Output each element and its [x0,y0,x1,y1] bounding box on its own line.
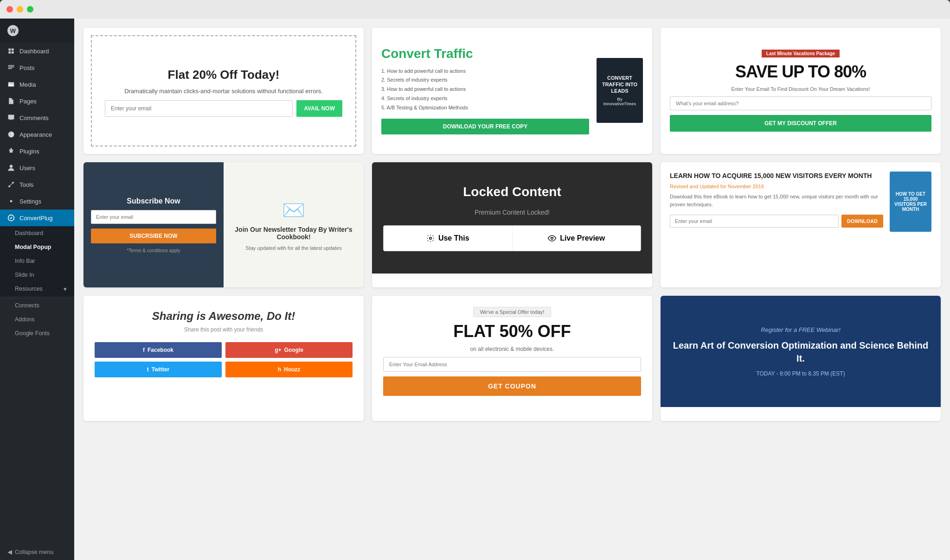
facebook-share-button[interactable]: f Facebook [95,342,222,358]
sidebar-sub-item-dashboard[interactable]: Dashboard [0,226,74,240]
card1-email-input[interactable] [105,100,293,117]
card1-title: Flat 20% Off Today! [168,68,280,82]
sidebar-item-comments[interactable]: Comments [0,109,74,126]
card6-link: Revised and Updated for November 2016 [670,184,883,189]
card8-desc: on all electronic & mobile devices. [470,346,554,352]
card4-terms: *Terms & conditions apply [127,248,180,253]
houzz-icon: h [278,366,281,373]
template-card-sharing: Sharing is Awesome, Do It! Share this po… [83,296,364,421]
card5-title: Locked Content [463,185,561,199]
card3-title: SAVE UP TO 80% [735,62,866,82]
card9-sub: Register for a FREE Webinar! [761,326,841,333]
template-card-save80: Last Minute Vacations Package SAVE UP TO… [661,28,941,154]
sidebar-item-users[interactable]: Users [0,159,74,176]
card8-coupon-button[interactable]: GET COUPON [383,376,641,396]
card6-book: HOW TO GET 15,000 VISITORS PER MONTH [890,172,931,232]
use-this-button[interactable]: Use This [384,226,513,251]
sidebar-submenu: Dashboard Modal Popup Info Bar Slide In … [0,226,74,296]
card8-email-input[interactable] [383,357,641,372]
template-card-newsletter: Subscribe Now SUBCRSIBE NOW *Terms & con… [83,162,364,287]
live-preview-button[interactable]: Live Preview [513,226,641,251]
card2-download-button[interactable]: DOWNLOAD YOUR FREE COPY [381,119,589,134]
sidebar-plain-addons[interactable]: Addons [0,312,74,326]
card6-title: LEARN HOW TO ACQUIRE 15,000 NEW VISITORS… [670,172,883,181]
card2-title: Convert Traffic [381,46,589,61]
card3-offer-button[interactable]: GET MY DISCOUNT OFFER [670,115,931,132]
card8-badge: We've a Special Offer today! [473,307,552,317]
svg-point-7 [551,237,553,240]
google-icon: g+ [275,347,281,353]
card6-download-button[interactable]: DOWNLOAD [841,215,883,228]
card5-actions: Use This Live Preview [383,225,641,251]
svg-point-4 [10,200,13,203]
card3-desc: Enter Your Email To Find Discount On You… [731,86,870,92]
email-icon: ✉️ [282,199,305,221]
svg-point-6 [430,237,432,240]
card6-desc: Download this free eBook to learn how to… [670,193,883,209]
svg-point-3 [10,165,13,168]
card3-email-input[interactable] [670,96,931,110]
sidebar-item-media[interactable]: Media [0,76,74,93]
close-button[interactable] [6,6,13,13]
card5-sub: Premium Content Locked! [475,209,550,216]
sidebar-logo: W [0,19,74,43]
svg-rect-0 [8,82,14,87]
card7-desc: Share this post with your friends [95,326,353,333]
template-card-convert-traffic: Convert Traffic 1. How to add powerful c… [372,28,652,154]
sidebar-item-tools[interactable]: Tools [0,176,74,193]
main-content: Flat 20% Off Today! Dramatically maintai… [74,19,950,560]
sidebar-item-plugins[interactable]: Plugins [0,143,74,159]
card7-title: Sharing is Awesome, Do It! [95,310,353,323]
template-card-webinar: Register for a FREE Webinar! Learn Art o… [661,296,941,421]
sidebar: W Dashboard Posts Media Pages Comments A… [0,19,74,560]
template-card-flat50: We've a Special Offer today! FLAT 50% OF… [372,296,652,421]
card9-title: Learn Art of Conversion Optimization and… [672,339,930,365]
sidebar-plain-connects[interactable]: Connects [0,299,74,312]
sidebar-plain-google-fonts[interactable]: Google Fonts [0,326,74,340]
twitter-icon: t [147,366,149,373]
card4-email-input[interactable] [91,210,216,224]
card1-desc: Dramatically maintain clicks-and-mortar … [124,88,323,95]
twitter-share-button[interactable]: t Twitter [95,362,222,377]
card8-title: FLAT 50% OFF [453,322,571,341]
facebook-icon: f [143,347,145,353]
sidebar-item-appearance[interactable]: Appearance [0,126,74,143]
card3-badge: Last Minute Vacations Package [762,50,840,57]
maximize-button[interactable] [27,6,33,13]
sidebar-item-dashboard[interactable]: Dashboard [0,43,74,59]
sidebar-sub-item-slide-in[interactable]: Slide In [0,268,74,282]
sidebar-sub-item-resources[interactable]: Resources ▾ [0,282,74,296]
houzz-share-button[interactable]: h Houzz [225,362,353,377]
wp-icon: W [7,25,19,36]
sidebar-sub-item-info-bar[interactable]: Info Bar [0,254,74,268]
sidebar-item-pages[interactable]: Pages [0,93,74,109]
gear-icon [426,234,435,242]
eye-icon [548,234,556,242]
template-card-acquire: LEARN HOW TO ACQUIRE 15,000 NEW VISITORS… [661,162,941,287]
card1-avail-button[interactable]: AVAIL NOW [296,100,342,117]
sidebar-sub-item-modal-popup[interactable]: Modal Popup [0,240,74,254]
card4-left-title: Subscribe Now [127,197,180,205]
card2-list: 1. How to add powerful call to actions 2… [381,67,589,113]
template-card-flat20: Flat 20% Off Today! Dramatically maintai… [83,28,364,154]
minimize-button[interactable] [17,6,23,13]
card1-form: AVAIL NOW [105,100,342,117]
card4-right-desc: Stay updated with for all the latest upd… [245,245,341,251]
card2-book: CONVERT TRAFFIC INTO LEADS By Innovative… [597,58,643,123]
card4-right-title: Join Our Newsletter Today By Writer's Co… [231,226,356,241]
template-grid: Flat 20% Off Today! Dramatically maintai… [83,28,941,421]
card9-time: TODAY - 8:00 PM to 8.35 PM (EST) [756,370,845,377]
template-card-locked: Locked Content Premium Content Locked! U… [372,162,652,287]
collapse-menu[interactable]: ◀ Collapse menu [0,544,74,560]
sidebar-section: Connects Addons Google Fonts [0,298,74,340]
card6-email-input[interactable] [670,215,839,228]
google-share-button[interactable]: g+ Google [225,342,353,358]
sidebar-item-settings[interactable]: Settings [0,193,74,210]
card4-subscribe-button[interactable]: SUBCRSIBE NOW [91,229,216,243]
sidebar-item-posts[interactable]: Posts [0,59,74,76]
sidebar-item-convertplug[interactable]: ConvertPlug [0,210,74,226]
